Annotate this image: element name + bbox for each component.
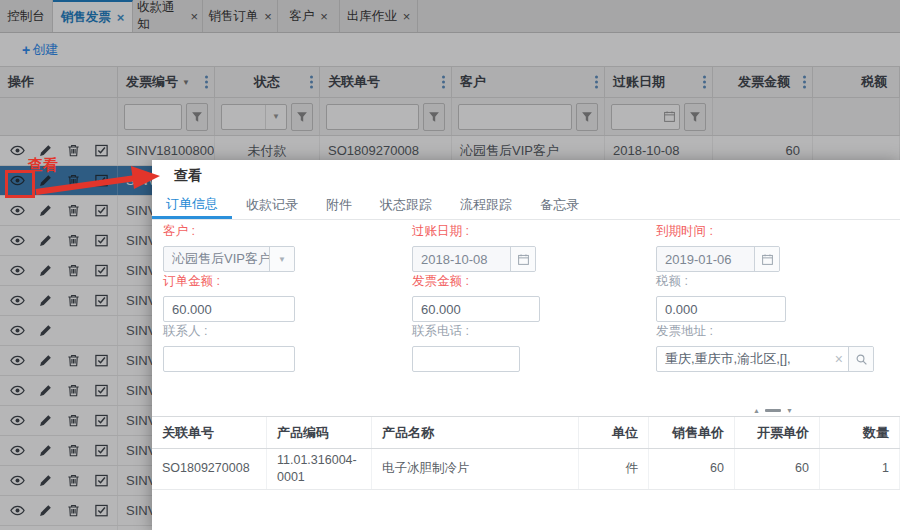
field-label: 税额 : bbox=[656, 273, 786, 290]
view-dialog: 查看 订单信息 收款记录 附件 状态跟踪 流程跟踪 备忘录 客户 : 沁园售后V… bbox=[152, 160, 900, 530]
field-customer: 客户 : 沁园售后VIP客户 ▼ bbox=[163, 223, 295, 272]
calendar-icon[interactable] bbox=[510, 247, 535, 271]
item-cell: 电子冰胆制冷片 bbox=[372, 449, 579, 489]
field-label: 客户 : bbox=[163, 223, 295, 240]
item-cell: 1 bbox=[820, 449, 900, 489]
field-input[interactable]: 2019-01-06 bbox=[656, 246, 780, 272]
field-input[interactable]: 0.000 bbox=[656, 296, 786, 322]
field-contact-phone: 联系电话 : bbox=[412, 323, 520, 372]
field-contact-person: 联系人 : bbox=[163, 323, 295, 372]
field-invoice-address: 发票地址 : 重庆,重庆市,渝北区,[], × bbox=[656, 323, 874, 372]
dialog-tab-label: 流程跟踪 bbox=[460, 196, 512, 214]
field-label: 过账日期 : bbox=[412, 223, 536, 240]
field-due-date: 到期时间 : 2019-01-06 bbox=[656, 223, 780, 272]
field-input[interactable] bbox=[163, 346, 295, 372]
clear-icon[interactable]: × bbox=[830, 351, 848, 367]
line-items-body: SO180927000811.01.316004-0001电子冰胆制冷片件606… bbox=[152, 449, 900, 490]
field-value: 2018-10-08 bbox=[413, 252, 510, 267]
field-post-date: 过账日期 : 2018-10-08 bbox=[412, 223, 536, 272]
field-value: 沁园售后VIP客户 bbox=[164, 250, 269, 268]
item-cell: 11.01.316004-0001 bbox=[267, 449, 372, 489]
field-input[interactable]: 60.000 bbox=[412, 296, 540, 322]
field-value: 2019-01-06 bbox=[657, 252, 754, 267]
items-column-header: 数量 bbox=[820, 417, 900, 448]
items-column-header: 销售单价 bbox=[649, 417, 735, 448]
item-cell: 60 bbox=[649, 449, 735, 489]
field-input[interactable]: 沁园售后VIP客户 ▼ bbox=[163, 246, 295, 272]
field-input[interactable]: 2018-10-08 bbox=[412, 246, 536, 272]
field-value: 60.000 bbox=[164, 302, 294, 317]
field-value: 60.000 bbox=[413, 302, 539, 317]
panel-resize-handle[interactable]: ▲ ▼ bbox=[750, 404, 796, 416]
items-column-label: 开票单价 bbox=[757, 424, 809, 442]
dialog-tab-2[interactable]: 附件 bbox=[312, 191, 366, 219]
dialog-tab-bar: 订单信息 收款记录 附件 状态跟踪 流程跟踪 备忘录 bbox=[152, 191, 900, 220]
field-label: 联系人 : bbox=[163, 323, 295, 340]
dialog-tab-active[interactable]: 订单信息 bbox=[152, 191, 232, 219]
field-label: 发票金额 : bbox=[412, 273, 540, 290]
items-column-label: 关联单号 bbox=[162, 424, 214, 442]
items-column-header: 产品名称 bbox=[372, 417, 579, 448]
resize-down-icon: ▼ bbox=[786, 407, 793, 414]
field-label: 联系电话 : bbox=[412, 323, 520, 340]
dialog-title: 查看 bbox=[174, 167, 202, 185]
items-column-label: 数量 bbox=[863, 424, 889, 442]
field-input[interactable] bbox=[412, 346, 520, 372]
dialog-tab-label: 订单信息 bbox=[166, 195, 218, 213]
items-column-label: 产品编码 bbox=[277, 424, 329, 442]
items-table-row[interactable]: SO180927000811.01.316004-0001电子冰胆制冷片件606… bbox=[152, 449, 900, 490]
field-value: 重庆,重庆市,渝北区,[], bbox=[657, 350, 830, 368]
field-label: 订单金额 : bbox=[163, 273, 295, 290]
field-input[interactable]: 60.000 bbox=[163, 296, 295, 322]
dropdown-arrow-icon[interactable]: ▼ bbox=[269, 247, 294, 271]
resize-up-icon: ▲ bbox=[753, 407, 760, 414]
item-cell: SO1809270008 bbox=[152, 449, 267, 489]
items-column-header: 关联单号 bbox=[152, 417, 267, 448]
calendar-icon[interactable] bbox=[754, 247, 779, 271]
dialog-tab-4[interactable]: 流程跟踪 bbox=[446, 191, 526, 219]
resize-grip-icon bbox=[765, 409, 781, 412]
items-column-header: 单位 bbox=[579, 417, 649, 448]
line-items-header: 关联单号 产品编码 产品名称 单位 销售单价 开票单价 数量 bbox=[152, 416, 900, 449]
dialog-tab-label: 状态跟踪 bbox=[380, 196, 432, 214]
field-label: 发票地址 : bbox=[656, 323, 874, 340]
items-column-header: 开票单价 bbox=[735, 417, 820, 448]
app-window: 控制台 销售发票 × 收款通知 × 销售订单 × 客户 × 出库作业 × + 创… bbox=[0, 0, 900, 530]
line-items-table: 关联单号 产品编码 产品名称 单位 销售单价 开票单价 数量 SO1809270… bbox=[152, 416, 900, 490]
search-icon[interactable] bbox=[848, 347, 873, 371]
dialog-tab-label: 附件 bbox=[326, 196, 352, 214]
field-invoice-amount: 发票金额 : 60.000 bbox=[412, 273, 540, 322]
item-cell: 件 bbox=[579, 449, 649, 489]
field-order-amount: 订单金额 : 60.000 bbox=[163, 273, 295, 322]
dialog-tab-label: 收款记录 bbox=[246, 196, 298, 214]
item-cell: 60 bbox=[735, 449, 820, 489]
field-label: 到期时间 : bbox=[656, 223, 780, 240]
field-value: 0.000 bbox=[657, 302, 785, 317]
dialog-tab-4[interactable]: 收款记录 bbox=[232, 191, 312, 219]
dialog-tab-4[interactable]: 状态跟踪 bbox=[366, 191, 446, 219]
items-column-label: 单位 bbox=[612, 424, 638, 442]
dialog-tab-label: 备忘录 bbox=[540, 196, 579, 214]
dialog-tab-3[interactable]: 备忘录 bbox=[526, 191, 593, 219]
items-column-label: 产品名称 bbox=[382, 424, 434, 442]
items-column-header: 产品编码 bbox=[267, 417, 372, 448]
items-column-label: 销售单价 bbox=[672, 424, 724, 442]
field-input[interactable]: 重庆,重庆市,渝北区,[], × bbox=[656, 346, 874, 372]
field-tax-amount: 税额 : 0.000 bbox=[656, 273, 786, 322]
